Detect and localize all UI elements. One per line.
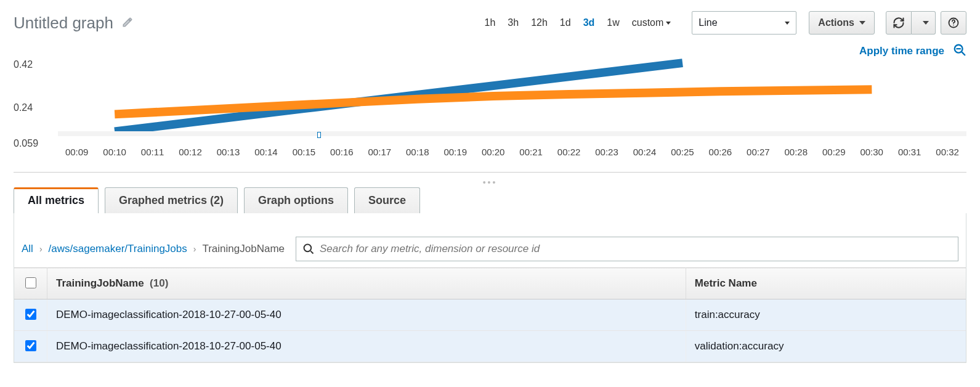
svg-line-6 xyxy=(310,251,313,253)
x-tick: 00:23 xyxy=(588,147,625,157)
time-1w[interactable]: 1w xyxy=(601,14,625,32)
x-tick: 00:14 xyxy=(247,147,285,157)
x-tick: 00:25 xyxy=(663,147,701,157)
x-tick: 00:22 xyxy=(550,147,588,157)
column-header-label: TrainingJobName xyxy=(56,277,144,289)
time-custom-label: custom xyxy=(632,17,664,28)
chevron-down-icon xyxy=(859,21,865,25)
x-tick: 00:20 xyxy=(474,147,512,157)
x-tick: 00:27 xyxy=(739,147,777,157)
metrics-chart[interactable]: 0.42 0.24 0.059 00:0900:1000:1100:1200:1… xyxy=(14,59,966,157)
time-range-picker: 1h 3h 12h 1d 3d 1w custom xyxy=(479,14,678,32)
tab-source[interactable]: Source xyxy=(354,187,420,213)
column-header-metric-name[interactable]: Metric Name xyxy=(686,268,966,299)
table-row[interactable]: DEMO-imageclassification-2018-10-27-00-0… xyxy=(14,299,966,331)
chevron-down-icon xyxy=(785,22,790,25)
actions-label: Actions xyxy=(818,17,854,28)
panel-resize-handle[interactable]: ••• xyxy=(14,172,966,187)
zoom-out-button[interactable] xyxy=(953,43,966,59)
help-button[interactable] xyxy=(941,11,966,35)
time-12h[interactable]: 12h xyxy=(525,14,554,32)
apply-time-range-link[interactable]: Apply time range xyxy=(859,45,944,57)
time-3h[interactable]: 3h xyxy=(501,14,525,32)
chart-type-value: Line xyxy=(699,17,717,28)
x-tick: 00:13 xyxy=(209,147,247,157)
y-tick-2: 0.059 xyxy=(14,138,38,149)
metric-search-input[interactable] xyxy=(315,242,952,256)
refresh-button[interactable] xyxy=(886,11,912,35)
metric-search[interactable] xyxy=(296,237,958,261)
x-tick: 00:15 xyxy=(285,147,323,157)
column-header-count: (10) xyxy=(150,277,168,289)
x-tick: 00:10 xyxy=(95,147,133,157)
actions-button[interactable]: Actions xyxy=(809,11,875,35)
x-tick: 00:24 xyxy=(626,147,663,157)
chart-time-shade xyxy=(58,131,966,136)
x-tick: 00:29 xyxy=(815,147,852,157)
refresh-options-button[interactable] xyxy=(912,11,936,35)
x-tick: 00:28 xyxy=(777,147,815,157)
chevron-down-icon xyxy=(923,21,929,25)
graph-title: Untitled graph xyxy=(14,14,113,33)
help-icon xyxy=(947,17,960,29)
x-tick: 00:21 xyxy=(512,147,549,157)
select-all-header xyxy=(14,268,47,299)
column-header-training-job[interactable]: TrainingJobName (10) xyxy=(47,268,686,299)
chevron-right-icon: › xyxy=(193,244,196,254)
search-icon xyxy=(302,243,315,255)
cell-training-job: DEMO-imageclassification-2018-10-27-00-0… xyxy=(47,331,686,362)
x-tick: 00:18 xyxy=(399,147,436,157)
svg-line-3 xyxy=(962,52,965,55)
row-checkbox[interactable] xyxy=(25,309,36,320)
x-tick: 00:11 xyxy=(134,147,171,157)
x-tick: 00:26 xyxy=(702,147,739,157)
tab-graphed-metrics[interactable]: Graphed metrics (2) xyxy=(105,187,238,213)
cell-training-job: DEMO-imageclassification-2018-10-27-00-0… xyxy=(47,299,686,331)
x-tick: 00:30 xyxy=(853,147,891,157)
x-tick: 00:17 xyxy=(361,147,399,157)
time-3d[interactable]: 3d xyxy=(577,14,601,32)
x-tick: 00:31 xyxy=(891,147,928,157)
edit-title-icon[interactable] xyxy=(122,17,133,30)
svg-point-1 xyxy=(953,25,954,26)
cell-metric-name: train:accuracy xyxy=(686,299,966,331)
chart-type-select[interactable]: Line xyxy=(692,11,796,35)
breadcrumb-dimension: TrainingJobName xyxy=(202,243,285,255)
cell-metric-name: validation:accuracy xyxy=(686,331,966,362)
metrics-table: TrainingJobName (10) Metric Name DEMO-im… xyxy=(14,267,966,362)
y-tick-0: 0.42 xyxy=(14,59,33,70)
x-tick: 00:32 xyxy=(928,147,966,157)
zoom-out-icon xyxy=(953,43,966,57)
svg-point-5 xyxy=(304,245,312,252)
x-tick: 00:19 xyxy=(437,147,474,157)
tab-all-metrics[interactable]: All metrics xyxy=(14,187,99,213)
breadcrumb-namespace[interactable]: /aws/sagemaker/TrainingJobs xyxy=(49,243,187,255)
x-tick: 00:09 xyxy=(58,147,95,157)
select-all-checkbox[interactable] xyxy=(25,277,36,288)
x-tick: 00:16 xyxy=(323,147,360,157)
refresh-icon xyxy=(893,17,905,29)
y-tick-1: 0.24 xyxy=(14,102,33,113)
time-custom[interactable]: custom xyxy=(626,14,678,32)
chevron-right-icon: › xyxy=(39,244,43,254)
row-checkbox[interactable] xyxy=(25,340,36,351)
time-1d[interactable]: 1d xyxy=(554,14,577,32)
x-tick: 00:12 xyxy=(171,147,209,157)
time-1h[interactable]: 1h xyxy=(479,14,502,32)
series-line xyxy=(115,89,872,114)
chart-time-marker[interactable] xyxy=(317,132,321,138)
breadcrumb-all[interactable]: All xyxy=(22,243,33,255)
table-row[interactable]: DEMO-imageclassification-2018-10-27-00-0… xyxy=(14,331,966,362)
tab-graph-options[interactable]: Graph options xyxy=(244,187,348,213)
chevron-down-icon xyxy=(666,22,671,25)
